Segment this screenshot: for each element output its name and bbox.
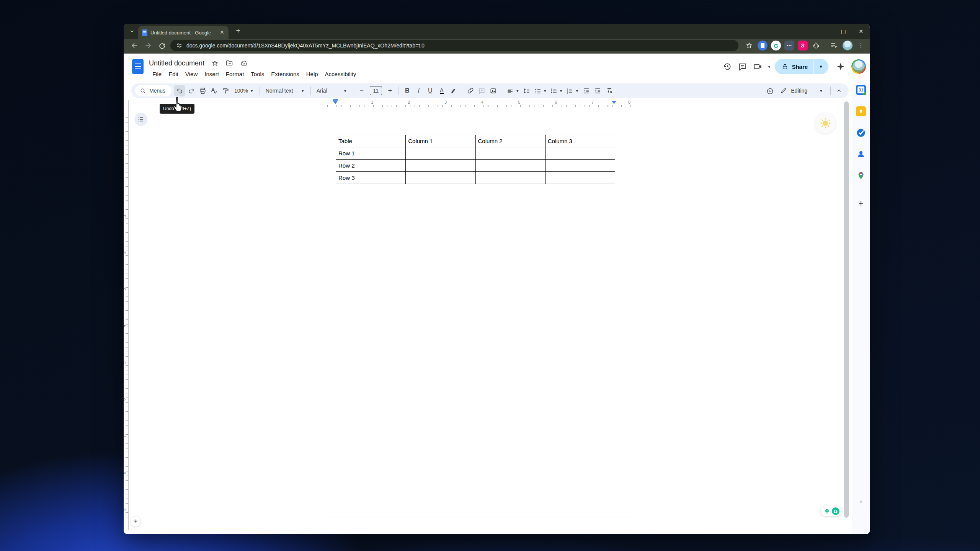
undo-button[interactable]	[174, 85, 185, 96]
side-panel-collapse-button[interactable]: ›	[860, 498, 862, 505]
document-outline-button[interactable]	[134, 113, 147, 126]
table-cell[interactable]	[406, 160, 475, 172]
menu-tools[interactable]: Tools	[247, 70, 268, 78]
menu-insert[interactable]: Insert	[201, 70, 222, 78]
table-cell[interactable]: Table	[336, 135, 406, 147]
gemini-sparkle-icon[interactable]	[833, 59, 848, 74]
table-cell[interactable]: Row 2	[336, 160, 406, 172]
highlight-color-button[interactable]	[448, 85, 459, 96]
menu-edit[interactable]: Edit	[165, 70, 182, 78]
left-margin-marker[interactable]	[333, 101, 338, 104]
contacts-icon[interactable]	[855, 148, 867, 160]
redo-button[interactable]	[185, 85, 197, 96]
tab-close-button[interactable]: ✕	[219, 29, 225, 36]
bulleted-list-button[interactable]: ▼	[549, 85, 565, 96]
sun-extension-button[interactable]	[815, 113, 836, 134]
maps-icon[interactable]	[855, 170, 867, 181]
share-button[interactable]: Share ▼	[775, 59, 828, 74]
bold-button[interactable]: B	[402, 85, 413, 96]
menu-view[interactable]: View	[182, 70, 201, 78]
grammarly-widget[interactable]: G	[820, 506, 843, 517]
pink-extension-icon[interactable]: S	[798, 41, 808, 51]
underline-button[interactable]: U	[425, 85, 436, 96]
share-dropdown[interactable]: ▼	[813, 64, 828, 69]
document-page[interactable]: Table Column 1 Column 2 Column 3 Row 1 R…	[323, 113, 635, 517]
new-tab-button[interactable]: +	[233, 26, 243, 36]
cloud-status-icon[interactable]	[240, 59, 248, 67]
decrease-font-button[interactable]: −	[356, 85, 368, 96]
italic-button[interactable]: I	[413, 85, 425, 96]
decrease-indent-button[interactable]	[580, 85, 592, 96]
comments-icon[interactable]	[735, 59, 750, 74]
site-settings-icon[interactable]	[176, 42, 183, 49]
insert-image-button[interactable]	[488, 85, 499, 96]
line-spacing-button[interactable]	[521, 85, 532, 96]
table-cell[interactable]	[475, 147, 545, 160]
table-cell[interactable]: Row 3	[336, 172, 406, 184]
bookmark-star-icon[interactable]	[744, 41, 754, 51]
menu-format[interactable]: Format	[222, 70, 248, 78]
star-icon[interactable]	[211, 60, 219, 67]
account-avatar[interactable]	[851, 59, 866, 74]
spell-check-button[interactable]	[208, 85, 220, 96]
search-menus-button[interactable]: Menus	[135, 85, 172, 96]
fingerprint-button[interactable]	[131, 517, 140, 527]
share-main[interactable]: Share	[775, 59, 813, 74]
meet-caret-icon[interactable]: ▼	[768, 65, 771, 69]
hide-menus-button[interactable]	[833, 85, 845, 96]
table-cell[interactable]	[475, 160, 545, 172]
browser-tab[interactable]: Untitled document - Google Do ✕	[138, 26, 229, 39]
paragraph-style-select[interactable]: Normal text▼	[263, 85, 308, 96]
right-margin-marker[interactable]	[612, 101, 616, 104]
first-line-indent-marker[interactable]	[333, 99, 338, 101]
get-addons-button[interactable]: +	[859, 199, 864, 209]
scrollbar-thumb[interactable]	[844, 101, 849, 518]
move-folder-icon[interactable]	[225, 59, 233, 67]
menu-extensions[interactable]: Extensions	[268, 70, 302, 78]
document-table[interactable]: Table Column 1 Column 2 Column 3 Row 1 R…	[336, 135, 615, 184]
maximize-button[interactable]: ▢	[835, 24, 852, 39]
document-title[interactable]: Untitled document	[149, 59, 204, 67]
zoom-select[interactable]: 100%▼	[231, 85, 257, 96]
table-cell[interactable]	[406, 172, 475, 184]
grammarly-extension-icon[interactable]: G	[771, 41, 781, 51]
side-panel-icon[interactable]	[829, 41, 839, 51]
print-button[interactable]	[197, 85, 208, 96]
keep-icon[interactable]	[855, 106, 867, 117]
menu-file[interactable]: File	[149, 70, 165, 78]
table-cell[interactable]	[406, 147, 475, 160]
table-cell[interactable]	[475, 172, 545, 184]
extensions-puzzle-icon[interactable]	[811, 41, 821, 51]
numbered-list-button[interactable]: 123 ▼	[564, 85, 580, 96]
horizontal-ruler[interactable]: 1 2 3 4 5 6 7 8	[323, 100, 635, 107]
checklist-button[interactable]: ▼	[532, 85, 549, 96]
table-cell[interactable]: Column 2	[475, 135, 545, 147]
forward-button[interactable]	[143, 40, 154, 51]
meet-video-icon[interactable]	[750, 59, 766, 74]
menu-accessibility[interactable]: Accessibility	[322, 70, 360, 78]
address-bar[interactable]: docs.google.com/document/d/1SXnS4BDyijek…	[170, 40, 738, 51]
proofread-icon[interactable]	[764, 85, 776, 96]
table-cell[interactable]	[545, 160, 615, 172]
menu-help[interactable]: Help	[303, 70, 322, 78]
docs-extension-icon[interactable]	[758, 41, 768, 51]
font-select[interactable]: Arial▼	[314, 85, 350, 96]
dots-extension-icon[interactable]: •••	[784, 41, 794, 51]
increase-indent-button[interactable]	[592, 85, 603, 96]
reload-button[interactable]	[157, 40, 167, 51]
insert-link-button[interactable]	[465, 85, 476, 96]
calendar-icon[interactable]: 31	[855, 84, 867, 96]
paint-format-button[interactable]	[220, 85, 231, 96]
add-comment-button[interactable]	[476, 85, 488, 96]
table-cell[interactable]	[545, 147, 615, 160]
back-button[interactable]	[129, 40, 140, 51]
editing-mode-select[interactable]: Editing ▼	[776, 85, 828, 97]
table-cell[interactable]: Row 1	[336, 147, 406, 160]
table-cell[interactable]: Column 1	[406, 135, 475, 147]
increase-font-button[interactable]: +	[384, 85, 396, 96]
clear-formatting-button[interactable]	[603, 85, 615, 96]
browser-profile-avatar[interactable]	[843, 41, 853, 51]
font-size-input[interactable]: 11	[370, 86, 382, 95]
align-button[interactable]: ▼	[505, 85, 521, 96]
minimize-button[interactable]: –	[817, 24, 835, 39]
